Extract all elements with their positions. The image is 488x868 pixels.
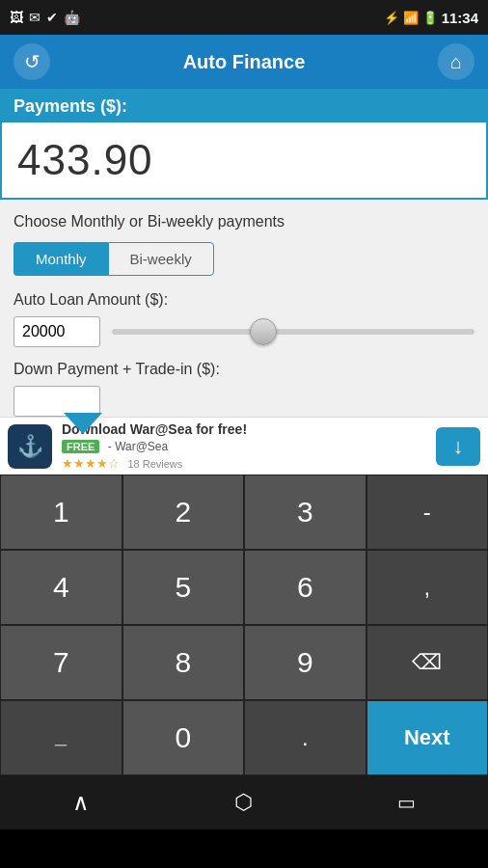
key-space[interactable]: ＿ <box>0 700 122 775</box>
down-payment-label: Down Payment + Trade-in ($): <box>14 361 474 378</box>
key-dot[interactable]: . <box>244 700 366 775</box>
loan-slider-container <box>112 318 474 345</box>
key-comma[interactable]: , <box>366 550 489 625</box>
mail-icon: ✉ <box>29 10 41 25</box>
nav-recent-icon[interactable]: ▭ <box>397 791 416 814</box>
ad-subtitle: - War@Sea <box>108 440 168 453</box>
payments-label-bar: Payments ($): <box>0 89 488 121</box>
choose-text: Choose Monthly or Bi-weekly payments <box>14 213 474 231</box>
ship-icon: ⚓ <box>17 434 43 459</box>
ad-title: Download War@Sea for free! <box>62 421 426 437</box>
numpad: 1 2 3 - 4 5 6 , 7 8 9 ⌫ ＿ 0 . Next <box>0 475 488 775</box>
status-time: 11:34 <box>442 10 478 26</box>
key-2[interactable]: 2 <box>122 475 245 550</box>
payment-toggle: Monthly Bi-weekly <box>14 242 474 276</box>
nav-bar: ∧ ⬡ ▭ <box>0 775 488 829</box>
nav-home-icon[interactable]: ⬡ <box>234 790 253 815</box>
ad-free-badge: FREE <box>62 440 99 453</box>
ad-app-icon: ⚓ <box>8 424 52 469</box>
loan-amount-row <box>14 316 474 347</box>
ad-reviews: 18 Reviews <box>127 458 182 470</box>
back-button[interactable]: ↺ <box>14 43 50 80</box>
download-icon: ↓ <box>453 434 464 459</box>
bluetooth-icon: ⚡ <box>384 11 399 25</box>
ad-reviews-row: ★★★★☆ 18 Reviews <box>62 454 426 472</box>
key-0[interactable]: 0 <box>122 700 245 775</box>
key-4[interactable]: 4 <box>0 550 122 625</box>
app-title: Auto Finance <box>183 51 306 73</box>
key-minus[interactable]: - <box>366 475 489 550</box>
check-icon: ✔ <box>46 10 58 25</box>
status-icons-left: 🖼 ✉ ✔ 🤖 <box>10 10 80 25</box>
nav-back-icon[interactable]: ∧ <box>72 789 90 816</box>
numpad-row-3: 7 8 9 ⌫ <box>0 625 488 700</box>
main-content: Payments ($): 433.90 Choose Monthly or B… <box>0 89 488 417</box>
monthly-button[interactable]: Monthly <box>14 242 108 276</box>
numpad-row-2: 4 5 6 , <box>0 550 488 625</box>
next-button[interactable]: Next <box>366 700 489 775</box>
home-button[interactable]: ⌂ <box>438 43 474 80</box>
key-6[interactable]: 6 <box>244 550 366 625</box>
ad-subtitle-row: FREE - War@Sea <box>62 437 426 454</box>
loan-slider-thumb[interactable] <box>250 318 277 345</box>
content-section: Choose Monthly or Bi-weekly payments Mon… <box>0 200 488 417</box>
biweekly-button[interactable]: Bi-weekly <box>108 242 214 276</box>
payment-value-box: 433.90 <box>0 121 488 200</box>
blue-arrow-indicator <box>64 413 102 434</box>
loan-amount-input[interactable] <box>14 316 100 347</box>
key-8[interactable]: 8 <box>122 625 245 700</box>
loan-slider-track <box>112 329 474 335</box>
signal-icon: 📶 <box>403 11 419 25</box>
title-bar: ↺ Auto Finance ⌂ <box>0 35 488 89</box>
key-5[interactable]: 5 <box>122 550 245 625</box>
battery-icon: 🔋 <box>422 11 438 25</box>
loan-amount-label: Auto Loan Amount ($): <box>14 291 474 309</box>
key-1[interactable]: 1 <box>0 475 122 550</box>
status-icons-right: ⚡ 📶 🔋 11:34 <box>384 10 478 26</box>
image-icon: 🖼 <box>10 10 23 25</box>
key-backspace[interactable]: ⌫ <box>366 625 489 700</box>
status-bar: 🖼 ✉ ✔ 🤖 ⚡ 📶 🔋 11:34 <box>0 0 488 35</box>
numpad-row-4: ＿ 0 . Next <box>0 700 488 775</box>
key-9[interactable]: 9 <box>244 625 366 700</box>
numpad-row-1: 1 2 3 - <box>0 475 488 550</box>
android-icon: 🤖 <box>64 10 80 25</box>
ad-stars: ★★★★☆ <box>62 456 120 471</box>
ad-text-block: Download War@Sea for free! FREE - War@Se… <box>62 421 426 472</box>
payment-value: 433.90 <box>17 136 153 183</box>
payments-label-text: Payments ($): <box>14 96 127 116</box>
ad-download-button[interactable]: ↓ <box>436 427 480 466</box>
key-7[interactable]: 7 <box>0 625 122 700</box>
down-payment-row <box>14 386 474 417</box>
key-3[interactable]: 3 <box>244 475 366 550</box>
